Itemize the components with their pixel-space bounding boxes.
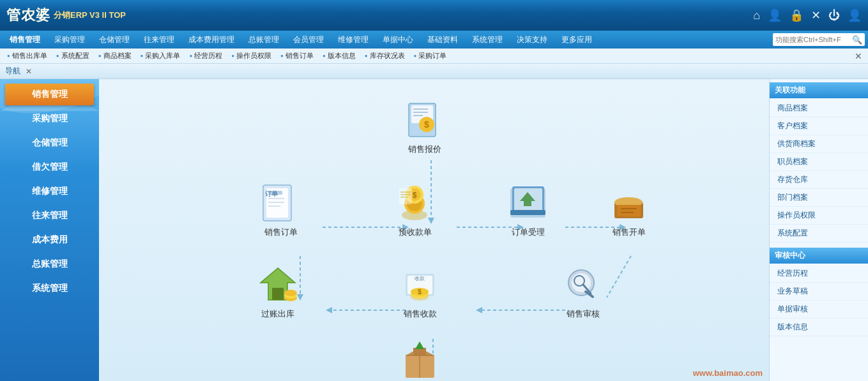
power-icon[interactable]: ⏻ [828,9,840,22]
rp-item-staff-file[interactable]: 职员档案 [770,153,868,171]
tab-inventory-status[interactable]: 库存状况表 [361,50,409,62]
close-icon[interactable]: ✕ [811,8,821,22]
nav-item-decision[interactable]: 决策支持 [510,33,554,47]
search-icon: 🔍 [852,35,862,45]
nav-item-warehouse[interactable]: 仓储管理 [93,33,136,47]
nav-item-purchase[interactable]: 采购管理 [48,33,91,47]
rp-item-biz-draft[interactable]: 业务草稿 [770,283,868,301]
tab-goods-file[interactable]: 商品档案 [95,50,135,62]
nav-item-cost[interactable]: 成本费用管理 [182,33,241,47]
sidebar-item-cost[interactable]: 成本费用 [5,229,94,251]
node-sales-return[interactable]: 销售退货 [398,341,443,382]
rp-item-supplier-file[interactable]: 供货商档案 [770,135,868,153]
tab-version-info[interactable]: 版本信息 [319,50,360,62]
sales-open-icon [608,183,650,223]
svg-text:收款: 收款 [415,276,425,281]
nav-item-voucher[interactable]: 单据中心 [376,33,420,47]
tab-operator-perm[interactable]: 操作员权限 [227,50,275,62]
node-sales-audit[interactable]: 销售审核 [561,264,605,320]
sidebar-item-contacts[interactable]: 往来管理 [5,205,94,227]
sidebar-item-warehouse[interactable]: 仓储管理 [5,132,94,154]
sales-audit-icon [562,265,604,304]
svg-rect-37 [399,188,412,204]
sidebar-item-repair[interactable]: 维修管理 [5,181,94,202]
sales-order-label: 销售订单 [264,227,298,238]
rp-section-related-title: 关联功能 [770,82,868,98]
rp-item-biz-history[interactable]: 经营历程 [770,265,868,283]
node-order-accept[interactable]: 订单受理 [506,183,551,238]
prepay-order-label: 预收款单 [399,227,432,238]
content-area: $ 销售报价 [99,79,769,381]
svg-text:订单: 订单 [265,190,278,197]
rp-section-audit-title: 审核中心 [770,248,868,264]
rp-item-version-info[interactable]: 版本信息 [770,318,868,336]
transfer-out-icon-wrap [255,264,300,306]
nav-item-contacts[interactable]: 往来管理 [137,33,181,47]
logo-erp-text: 分销ERP V3 II TOP [54,10,126,21]
sales-return-icon [399,341,441,381]
sales-order-icon: 订单 [260,183,301,223]
nav-item-ledger[interactable]: 总账管理 [242,33,286,47]
svg-point-55 [284,290,297,296]
right-panel: 关联功能 商品档案 客户档案 供货商档案 职员档案 存货仓库 部门档案 操作员权… [769,79,868,381]
node-sales-order[interactable]: 订单 销售订单 [259,183,303,238]
svg-marker-12 [326,307,332,313]
prepay-order-icon: $ [394,183,436,223]
lock-icon[interactable]: 🔒 [789,8,803,22]
header-icons: ⌂ 👤 🔒 ✕ ⏻ 👤 [753,8,862,22]
rp-item-voucher-audit[interactable]: 单据审核 [770,301,868,318]
tab-sys-config[interactable]: 系统配置 [52,50,93,62]
nav-item-more[interactable]: 更多应用 [555,33,598,47]
tab-purchase-inbound[interactable]: 采购入库单 [137,50,185,62]
tab-purchase-order[interactable]: 采购订单 [410,50,451,62]
sidebar: 销售管理 采购管理 仓储管理 借欠管理 维修管理 往来管理 成本费用 总账管理 … [0,79,99,381]
sidebar-item-ledger[interactable]: 总账管理 [5,253,94,275]
sales-return-icon-wrap [398,341,443,382]
node-sales-collect[interactable]: 收款 $ 销售收款 [398,264,443,320]
svg-text:$: $ [424,119,429,130]
rp-item-customer-file[interactable]: 客户档案 [770,117,868,135]
sales-collect-icon: 收款 $ [399,265,441,304]
sidebar-item-debt[interactable]: 借欠管理 [5,156,94,178]
flowchart: $ 销售报价 [211,93,658,368]
search-box[interactable]: 🔍 [773,33,865,46]
rp-item-operator-perm[interactable]: 操作员权限 [770,207,868,225]
rp-item-goods-file[interactable]: 商品档案 [770,100,868,117]
node-sales-quote[interactable]: $ 销售报价 [402,100,447,155]
sidebar-item-sales[interactable]: 销售管理 [5,84,94,105]
sidebar-item-purchase[interactable]: 采购管理 [5,108,94,130]
sales-quote-label: 销售报价 [408,144,441,155]
rp-item-dept-file[interactable]: 部门档案 [770,189,868,207]
nav-breadcrumb: 导航 ✕ [0,64,868,79]
user-icon[interactable]: 👤 [768,8,782,22]
close-tabs-button[interactable]: ✕ [852,51,865,61]
sales-open-icon-wrap [607,183,651,224]
tab-sales-order[interactable]: 销售订单 [277,50,317,62]
nav-item-member[interactable]: 会员管理 [287,33,330,47]
node-prepay-order[interactable]: $ 预收款单 [393,183,438,238]
nav-item-basic[interactable]: 基础资料 [421,33,464,47]
sales-quote-icon-wrap: $ [402,100,447,141]
order-accept-label: 订单受理 [512,227,545,238]
nav-item-repair[interactable]: 维修管理 [331,33,375,47]
nav-item-system[interactable]: 系统管理 [466,33,509,47]
tab-biz-history[interactable]: 经营历程 [185,50,226,62]
sales-open-label: 销售开单 [613,227,646,238]
home-icon[interactable]: ⌂ [753,9,760,22]
svg-rect-44 [510,210,545,215]
node-transfer-out[interactable]: 过账出库 [255,264,300,320]
watermark: www.baimao.com [693,368,763,378]
account-icon[interactable]: 👤 [848,8,862,22]
tab-sales-outbound[interactable]: 销售出库单 [3,50,51,62]
svg-text:$: $ [413,191,417,200]
svg-line-8 [607,256,631,297]
svg-rect-52 [272,288,284,300]
rp-item-warehouse-file[interactable]: 存货仓库 [770,171,868,189]
nav-close-icon[interactable]: ✕ [26,67,32,76]
search-input[interactable] [775,36,852,43]
navbar: 销售管理 采购管理 仓储管理 往来管理 成本费用管理 总账管理 会员管理 维修管… [0,31,868,49]
sidebar-item-system[interactable]: 系统管理 [5,278,94,299]
rp-item-sys-config[interactable]: 系统配置 [770,225,868,243]
nav-item-sales[interactable]: 销售管理 [3,33,47,47]
node-sales-open[interactable]: 销售开单 [607,183,651,238]
